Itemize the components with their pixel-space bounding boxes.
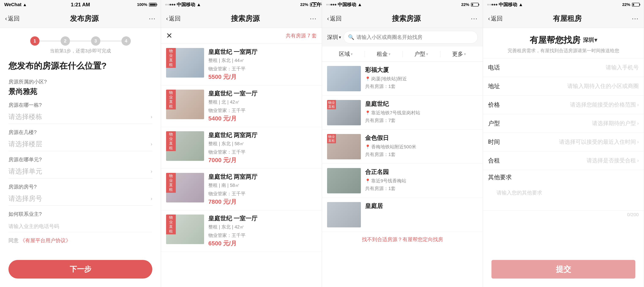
filter-area-label: 区域 (339, 50, 350, 58)
next-button[interactable]: 下一步 (8, 260, 152, 278)
listing-item[interactable]: 物业直租 皇庭世纪 两室两厅 整租 | 东北 | 58㎡ 物业管家：王千平 70… (161, 127, 322, 169)
field-building-input[interactable]: 请选择楼栋 › (8, 110, 152, 124)
submit-button[interactable]: 提交 (492, 260, 635, 278)
community-item-2[interactable]: 物业直租 皇庭世纪 📍 靠近地铁7号线皇岗村站 共有房源：7套 (322, 96, 483, 130)
status-left-3: 中国移动 ▲ (326, 2, 362, 8)
form-city-tag[interactable]: 深圳 ▾ (583, 36, 597, 44)
agree-link[interactable]: 《有屋平台用户协议》 (20, 238, 71, 243)
listing-agent-5: 物业管家：王千平 (208, 232, 317, 238)
city-label: 深圳 (327, 34, 338, 41)
filter-more-chevron: ▾ (464, 52, 466, 56)
form-input-price[interactable]: 请选择您能接受的价格范围 › (514, 101, 639, 108)
form-input-time[interactable]: 请选择可以接受的最近入住时间 › (514, 138, 639, 146)
field-community-label: 房源所属的小区? (8, 78, 152, 85)
char-count: 0/200 (483, 212, 644, 218)
more-button-1[interactable]: ··· (149, 14, 156, 22)
form-input-layout[interactable]: 请选择期待的户型 › (514, 120, 639, 127)
wuye-badge-c2: 物业直租 (327, 100, 336, 109)
field-unit-input[interactable]: 请选择单元 › (8, 165, 152, 178)
close-button[interactable]: ✕ (166, 31, 172, 40)
signal-pct-2: 22% (300, 2, 308, 7)
filter-area-chevron: ▾ (351, 52, 353, 56)
field-room-input[interactable]: 请选择房号 › (8, 192, 152, 206)
status-left-4: 中国移动 ▲ (487, 2, 523, 8)
signal-icon-2 (165, 4, 175, 6)
filter-more-label: 更多 (452, 50, 463, 58)
back-button-2[interactable]: ‹ 返回 (166, 14, 181, 22)
nav-bar-1: ‹ 返回 发布房源 ··· (0, 9, 161, 28)
listing-item[interactable]: 物业直租 皇庭世纪 一室一厅 整租 | 北 | 42㎡ 物业管家：王千平 540… (161, 86, 322, 127)
more-button-2[interactable]: ··· (310, 14, 317, 22)
listing-info-5: 皇庭世纪 一室一厅 整租 | 东北 | 42㎡ 物业管家：王千平 6500 元/… (208, 214, 317, 248)
community-img-2: 物业直租 (327, 100, 361, 125)
form-label-other: 其他要求 (488, 173, 514, 181)
field-community: 房源所属的小区? 景尚雅苑 (8, 78, 152, 96)
form-input-address[interactable]: 请输入期待入住的小区或商圈 (514, 82, 639, 90)
listing-sub-2: 整租 | 北 | 42㎡ (208, 99, 317, 105)
listing-title-1: 皇庭世纪 一室两厅 (208, 48, 317, 56)
form-label-layout: 户型 (488, 120, 514, 128)
chevron-price: › (637, 102, 639, 108)
community-item-3[interactable]: 物业直租 金色假日 📍 香梅地铁站附近500米 共有房源：1套 (322, 130, 483, 164)
more-button-3[interactable]: ··· (471, 14, 478, 22)
listing-item[interactable]: 物业直租 皇庭世纪 一室两厅 整租 | 东北 | 44㎡ 物业管家：王千平 55… (161, 44, 322, 86)
more-button-4[interactable]: ··· (632, 14, 639, 22)
community-item-1[interactable]: 彩福大厦 📍 岗厦(地铁站)附近 共有房源：1套 (322, 62, 483, 96)
form-other-req-input[interactable]: 请输入您的其他要求 (493, 186, 644, 207)
listing-item[interactable]: 物业直租 皇庭世纪 一室一厅 整租 | 东北 | 42㎡ 物业管家：王千平 65… (161, 210, 322, 252)
community-loc-text-3: 香梅地铁站附近500米 (371, 144, 416, 150)
agree-row: 同意 《有屋平台用户协议》 (8, 237, 152, 244)
wifi-icon-2: ▲ (196, 2, 201, 8)
community-item-5[interactable]: 皇庭居 (322, 198, 483, 232)
search-icon: 🔍 (348, 34, 354, 40)
status-bar-2: 中国移动 ▲ 下午4:39 22% (161, 0, 322, 9)
panel4-content: 有屋帮您找房 深圳 ▾ 完善租房需求，有屋找到合适房源请第一时间推送给您 电话 … (483, 28, 644, 287)
back-button-1[interactable]: ‹ 返回 (5, 14, 20, 22)
community-name-2: 皇庭世纪 (365, 100, 478, 108)
no-result-hint[interactable]: 找不到合适房源？有屋帮您定向找房 (322, 232, 483, 247)
field-building[interactable]: 房源在哪一栋? 请选择楼栋 › (8, 102, 152, 124)
loc-pin-1: 📍 (365, 76, 370, 81)
community-count-3: 共有房源：1套 (365, 151, 478, 158)
listing-price-1: 5500 元/月 (208, 73, 317, 81)
field-floor-input[interactable]: 请选择楼层 › (8, 137, 152, 151)
back-chevron-3: ‹ (327, 15, 329, 22)
field-floor[interactable]: 房源在几楼? 请选择楼层 › (8, 129, 152, 151)
other-req-placeholder: 请输入您的其他要求 (496, 190, 542, 196)
form-input-shared[interactable]: 请选择是否接受合租 › (514, 157, 639, 164)
field-unit-placeholder: 请选择单元 (8, 167, 42, 176)
filter-type[interactable]: 户型 ▾ (402, 50, 440, 58)
filter-more[interactable]: 更多 ▾ (440, 50, 478, 58)
community-loc-2: 📍 靠近地铁7号线皇岗村站 (365, 110, 478, 116)
field-room-label: 房源的房号? (8, 184, 152, 190)
community-item-4[interactable]: 合正名园 📍 靠近9号线香梅站 共有房源：1套 (322, 164, 483, 198)
carrier-3: 中国移动 (338, 2, 356, 8)
city-tag[interactable]: 深圳 ▾ (327, 34, 341, 41)
search-input-box[interactable]: 🔍 (344, 31, 478, 44)
search-input[interactable] (356, 34, 473, 40)
community-count-2: 共有房源：7套 (365, 117, 478, 124)
form-city-chevron: ▾ (594, 37, 597, 43)
result-number: 7 (308, 33, 310, 38)
wuye-badge-1: 物业直租 (166, 48, 176, 68)
back-button-4[interactable]: ‹ 返回 (488, 14, 503, 22)
listing-price-5: 6500 元/月 (208, 240, 317, 248)
field-contact-hint[interactable]: 请输入业主的电话号码 (8, 219, 152, 232)
chevron-floor: › (151, 141, 152, 147)
listing-price-2: 5400 元/月 (208, 114, 317, 122)
back-chevron-1: ‹ (5, 15, 7, 22)
form-label-phone: 电话 (488, 64, 514, 72)
form-input-phone[interactable]: 请输入手机号 (514, 64, 639, 71)
back-button-3[interactable]: ‹ 返回 (327, 14, 342, 22)
chevron-shared: › (637, 158, 639, 163)
listing-image-5: 物业直租 (166, 214, 204, 244)
filter-rent[interactable]: 租金 ▾ (365, 50, 402, 58)
filter-area[interactable]: 区域 ▾ (327, 50, 365, 58)
panel2-search-list: 中国移动 ▲ 下午4:39 22% ‹ 返回 搜索房源 ··· ✕ 共有房源 7… (161, 0, 322, 287)
field-unit[interactable]: 房源在哪单元? 请选择单元 › (8, 156, 152, 178)
listing-image-1: 物业直租 (166, 48, 204, 78)
listing-item[interactable]: 物业直租 皇庭世纪 两室两厅 整租 | 南 | 58㎡ 物业管家：王千平 780… (161, 169, 322, 210)
field-room[interactable]: 房源的房号? 请选择房号 › (8, 184, 152, 206)
result-suffix: 套 (312, 33, 317, 38)
status-right-1: 100% (137, 2, 156, 7)
